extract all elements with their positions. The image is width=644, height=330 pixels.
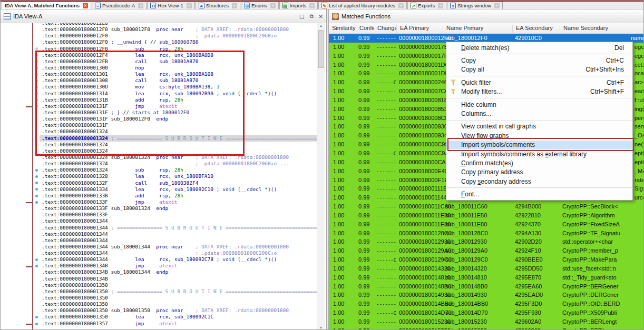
vertical-scrollbar[interactable]: ▲ ▼ xyxy=(317,23,325,330)
table-row[interactable]: 1.000.99------C00000001800129C0sub_18001… xyxy=(329,255,644,264)
table-row[interactable]: 1.000.99------C0000000180014D70sub_18001… xyxy=(329,308,644,317)
table-row[interactable]: 1.000.99-------00000001800129A0sub_18001… xyxy=(329,246,644,255)
tab-close-icon[interactable]: ✕ xyxy=(438,3,443,8)
maximize-icon[interactable]: □ xyxy=(299,14,304,19)
scroll-down-icon[interactable]: ▼ xyxy=(317,326,325,329)
column-header-similarity[interactable]: Similarity xyxy=(329,25,356,33)
table-row[interactable]: 1.000.99-------0000000180014BB0sub_18001… xyxy=(329,299,644,308)
column-header-ea-secondary[interactable]: EA Secondary xyxy=(513,25,560,33)
table-row[interactable]: 1.000.99-------0000000180012930sub_18001… xyxy=(329,237,644,246)
matched-functions-icon xyxy=(332,13,339,20)
menu-item-label: Modify filters... xyxy=(461,88,502,95)
disasm-line[interactable]: .text:000000018000133F xyxy=(1,212,317,218)
disassembly-area[interactable]: .text:00000001800012E0.text:000000018000… xyxy=(1,23,326,330)
disasm-line[interactable]: .text:0000000180001344 xyxy=(1,231,317,237)
tab-ida-view-a-matched-functions[interactable]: IDA View-A, Matched Functions✕ xyxy=(2,2,91,9)
disasm-line[interactable]: .text:0000000180001344 sub_180001344 pro… xyxy=(1,244,317,250)
tab-close-icon[interactable]: ✕ xyxy=(398,3,404,8)
tab-close-icon[interactable]: ✕ xyxy=(270,3,276,8)
disasm-line[interactable]: .text:00000001800012F0 ; __unwind { // s… xyxy=(1,39,317,45)
disasm-line[interactable]: .text:0000000180001350 lea rcx, sub_1800… xyxy=(1,314,317,320)
disasm-line[interactable]: .text:000000018000134B sub_180001344 end… xyxy=(1,269,317,275)
disasm-line[interactable]: .text:000000018000133F sub_180001324 end… xyxy=(1,205,317,212)
disasm-line[interactable]: .text:000000018000132F call sub_1800382F… xyxy=(1,180,317,186)
tab-exports[interactable]: ↗Exports✕ xyxy=(407,2,446,9)
menu-item-confirm-match-es[interactable]: Confirm match(es) xyxy=(446,158,632,167)
disasm-line[interactable]: .text:0000000180001344 ; ===============… xyxy=(1,225,317,231)
tab-imports[interactable]: ▤Imports✕ xyxy=(279,2,318,9)
table-row[interactable]: 1.000.99-------0000000180014320sub_18001… xyxy=(329,264,644,273)
ea-primary-value: 0000000180009300 xyxy=(399,123,451,129)
table-row[interactable]: 1.000.99-------00000001800128C0sub_18001… xyxy=(329,229,644,238)
tab-list-of-applied-library-modules[interactable]: ✎List of applied library modules✕ xyxy=(318,2,407,9)
disasm-line[interactable]: .text:0000000180001350 ; ===============… xyxy=(1,288,317,295)
column-header-ea-primary[interactable]: EA Primary xyxy=(397,25,443,33)
table-row[interactable]: 1.000.99-------0000000180011E80sub_18001… xyxy=(329,220,644,229)
disasm-line[interactable]: .text:000000018000133F jmp atexit xyxy=(1,199,317,205)
name-primary-value: sub_180014320 xyxy=(445,265,487,272)
tab-close-icon[interactable]: ✕ xyxy=(83,3,88,8)
menu-item-delete-match-es[interactable]: Delete match(es)Del xyxy=(446,43,632,52)
table-row[interactable]: 1.000.99-------0000000180014810sub_18001… xyxy=(329,273,644,282)
float-icon[interactable]: ⧉ xyxy=(309,13,313,19)
table-row[interactable]: 1.000.99-------0000000180015250sub_18001… xyxy=(329,326,644,330)
disasm-line[interactable]: .text:0000000180001328 lea rcx, unk_1800… xyxy=(1,173,317,179)
disasm-line[interactable]: .text:0000000180001344 xyxy=(1,218,317,224)
similarity-value: 1.00 xyxy=(333,159,344,165)
confidence-value: 0.99 xyxy=(358,132,369,138)
ea-primary-value: 00000001800148B0 xyxy=(399,283,451,289)
menu-item-copy-all[interactable]: Copy allCtrl+Shift+Ins xyxy=(446,65,632,74)
menu-item-copy-primary-address[interactable]: Copy primary address xyxy=(446,168,632,177)
column-header-confidence[interactable]: Confidence xyxy=(356,25,374,33)
table-row[interactable]: 1.000.99-------00000001800148B0sub_18001… xyxy=(329,282,644,291)
tab-close-icon[interactable]: ✕ xyxy=(187,3,192,8)
table-row[interactable]: 1.000.99-------0000000180015230sub_18001… xyxy=(329,317,644,326)
column-header-name-primary[interactable]: Name Primary xyxy=(443,25,513,33)
menu-item-columns[interactable]: Columns... xyxy=(446,109,632,118)
close-icon[interactable]: ✕ xyxy=(319,14,323,19)
tab-enums[interactable]: ⊞Enums✕ xyxy=(241,2,279,9)
disasm-line[interactable]: .text:0000000180001344 ; .pdata:00000001… xyxy=(1,250,317,256)
tab-hex-view-1[interactable]: OHex View-1✕ xyxy=(147,2,194,9)
disasm-line[interactable]: .text:0000000180001344 lea rcx, sub_1800… xyxy=(1,256,317,263)
disasm-line[interactable]: .text:000000018000134B jmp atexit xyxy=(1,263,317,269)
menu-item-font[interactable]: Font... xyxy=(446,189,632,198)
tab-structures[interactable]: AStructures✕ xyxy=(196,2,240,9)
tab-close-icon[interactable]: ✕ xyxy=(138,3,143,8)
column-header-name-secondary[interactable]: Name Secondary xyxy=(560,25,644,33)
disasm-line[interactable]: .text:0000000180001344 xyxy=(1,237,317,244)
disasm-line[interactable]: .text:0000000180001350 sub_180001350 pro… xyxy=(1,307,317,314)
disasm-line[interactable]: .text:00000001800012F0 sub_1800012F0 pro… xyxy=(1,26,317,33)
disasm-line[interactable]: .text:000000018000134B xyxy=(1,276,317,282)
ea-primary-value: 00000001800129C0 xyxy=(399,256,452,263)
menu-item-label: Columns... xyxy=(461,110,491,117)
disasm-line[interactable]: .text:00000001800012F0 ; .pdata:00000001… xyxy=(1,33,317,39)
tab-strings-window[interactable]: sStrings window✕ xyxy=(447,2,503,9)
confidence-value: 0.99 xyxy=(358,301,369,307)
disasm-line[interactable]: .text:0000000180001350 xyxy=(1,301,317,307)
table-row[interactable]: 1.000.99-------0000000180011C60sub_18001… xyxy=(329,202,644,211)
tab-pseudocode-a[interactable]: ≡Pseudocode-A✕ xyxy=(92,2,147,9)
disasm-line[interactable]: .text:0000000180001324 sub rsp, 28h xyxy=(1,167,317,173)
column-header-change[interactable]: Change xyxy=(374,25,397,33)
menu-item-hide-column[interactable]: Hide column xyxy=(446,100,632,109)
table-row[interactable]: 1.000.99-------0000000180014930sub_18001… xyxy=(329,291,644,299)
scroll-up-icon[interactable]: ▲ xyxy=(317,24,325,27)
disasm-line[interactable]: .text:0000000180001324 ; .pdata:00000001… xyxy=(1,161,317,167)
disasm-line[interactable]: .text:0000000180001357 jmp atexit xyxy=(1,321,317,327)
menu-item-modify-filters[interactable]: Modify filters...Ctrl+Shift+F xyxy=(446,87,632,96)
menu-item-label: Copy secondary address xyxy=(461,178,531,185)
menu-item-quick-filter[interactable]: Quick filterCtrl+F xyxy=(446,78,632,87)
disasm-line[interactable]: .text:0000000180001350 xyxy=(1,282,317,288)
scroll-thumb[interactable] xyxy=(318,30,324,68)
table-row[interactable]: 1.000.99-------0000000180011E50sub_18001… xyxy=(329,211,644,220)
menu-item-copy[interactable]: CopyCtrl+C xyxy=(446,56,632,65)
disasm-line[interactable]: .text:0000000180001350 xyxy=(1,295,317,301)
menu-item-view-context-in-call-graphs[interactable]: View context in call graphs xyxy=(446,122,632,131)
tab-close-icon[interactable]: ✕ xyxy=(309,3,315,8)
disasm-line[interactable]: .text:000000018000133B add rsp, 28h xyxy=(1,193,317,199)
tab-close-icon[interactable]: ✕ xyxy=(494,3,500,8)
tab-close-icon[interactable]: ✕ xyxy=(232,3,237,8)
menu-item-copy-secondary-address[interactable]: Copy secondary address xyxy=(446,177,632,186)
disasm-line[interactable]: .text:0000000180001334 lea rcx, sub_1800… xyxy=(1,186,317,193)
